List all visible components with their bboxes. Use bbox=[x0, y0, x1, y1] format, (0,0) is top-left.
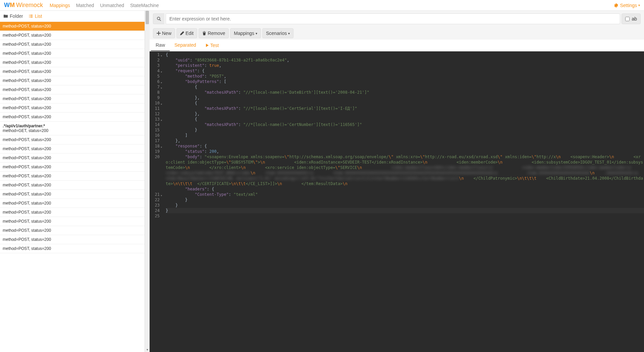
mapping-item[interactable]: method=POST, status=200 bbox=[0, 135, 145, 144]
mapping-item[interactable]: method=POST, status=200 bbox=[0, 58, 145, 67]
nav-statemachine[interactable]: StateMachine bbox=[130, 3, 159, 8]
mapping-item[interactable]: method=POST, status=200 bbox=[0, 103, 145, 113]
mapping-item[interactable]: method=POST, status=200 bbox=[0, 163, 145, 172]
mapping-item[interactable]: .*/api/v1/auth/partner.*method=GET, stat… bbox=[0, 122, 145, 135]
mapping-item-sub: method=POST, status=200 bbox=[3, 201, 142, 206]
sidebar-tabs: Folder List bbox=[0, 11, 145, 22]
mapping-item[interactable]: method=POST, status=200 bbox=[0, 113, 145, 122]
scenarios-dropdown-label: Scenarios bbox=[266, 31, 287, 36]
mapping-item-sub: method=POST, status=200 bbox=[3, 192, 142, 196]
top-nav: Mappings Matched Unmatched StateMachine bbox=[50, 3, 159, 8]
mapping-item-sub: method=POST, status=200 bbox=[3, 51, 142, 56]
mapping-item-sub: method=POST, status=200 bbox=[3, 246, 142, 251]
mapping-item-sub: method=POST, status=200 bbox=[3, 210, 142, 215]
search-icon bbox=[157, 16, 161, 21]
list-icon bbox=[29, 14, 33, 18]
editor-code[interactable]: { "uuid": "85023668-87b1-4138-a2f1-a0a6b… bbox=[162, 51, 644, 352]
mapping-item[interactable]: method=POST, status=200 bbox=[0, 22, 145, 31]
folder-icon bbox=[3, 14, 8, 18]
mapping-item-sub: method=POST, status=200 bbox=[3, 228, 142, 233]
edit-button[interactable]: Edit bbox=[176, 28, 197, 38]
mapping-item[interactable]: method=POST, status=200 bbox=[0, 49, 145, 58]
mapping-item[interactable]: method=POST, status=200 bbox=[0, 199, 145, 208]
mapping-item[interactable]: method=POST, status=200 bbox=[0, 67, 145, 76]
mapping-item[interactable]: method=POST, status=200 bbox=[0, 94, 145, 103]
pencil-icon bbox=[180, 31, 184, 35]
main-panel: ab New Edit Remove Mappings Scenarios bbox=[150, 11, 644, 352]
code-editor[interactable]: 1▾234▾56▾7▾8910▾111213▾1415161718▾192021… bbox=[150, 51, 644, 352]
mapping-item-sub: method=POST, status=200 bbox=[3, 146, 142, 151]
tab-test[interactable]: Test bbox=[201, 40, 224, 51]
mapping-item[interactable]: method=POST, status=200 bbox=[0, 153, 145, 163]
nav-mappings[interactable]: Mappings bbox=[50, 3, 70, 8]
mapping-item-sub: method=POST, status=200 bbox=[3, 156, 142, 160]
search-input[interactable] bbox=[166, 13, 620, 24]
new-button-label: New bbox=[162, 31, 171, 36]
trash-icon bbox=[202, 31, 206, 35]
mapping-item-sub: method=POST, status=200 bbox=[3, 42, 142, 47]
sidebar-tab-list-label: List bbox=[35, 13, 42, 19]
search-checkbox-label: ab bbox=[632, 16, 637, 21]
content-tabs: Raw Separated Test bbox=[150, 40, 644, 51]
mapping-item[interactable]: method=POST, status=200 bbox=[0, 244, 145, 253]
nav-unmatched[interactable]: Unmatched bbox=[100, 3, 124, 8]
mapping-item-sub: method=POST, status=200 bbox=[3, 87, 142, 92]
mapping-item[interactable]: method=POST, status=200 bbox=[0, 217, 145, 226]
sidebar-tab-folder-label: Folder bbox=[10, 13, 23, 19]
header: WM Wiremock Mappings Matched Unmatched S… bbox=[0, 0, 644, 11]
mapping-item-sub: method=POST, status=200 bbox=[3, 60, 142, 65]
mapping-item-sub: method=POST, status=200 bbox=[3, 105, 142, 110]
mapping-item-sub: method=POST, status=200 bbox=[3, 115, 142, 119]
remove-button[interactable]: Remove bbox=[199, 28, 229, 38]
tab-raw[interactable]: Raw bbox=[151, 40, 170, 51]
mapping-item-sub: method=POST, status=200 bbox=[3, 219, 142, 224]
plus-icon bbox=[157, 31, 161, 35]
sidebar-tab-folder[interactable]: Folder bbox=[3, 13, 23, 19]
mapping-item[interactable]: method=POST, status=200 bbox=[0, 226, 145, 235]
tab-test-label: Test bbox=[210, 43, 219, 48]
sidebar-scrollbar-thumb[interactable] bbox=[146, 11, 149, 24]
logo: WM Wiremock bbox=[4, 2, 43, 9]
sidebar-scrollbar[interactable]: ▴ ▾ bbox=[145, 11, 150, 352]
mapping-item[interactable]: method=POST, status=200 bbox=[0, 235, 145, 244]
mapping-item[interactable]: method=POST, status=200 bbox=[0, 76, 145, 85]
scroll-down-arrow[interactable]: ▾ bbox=[145, 347, 150, 352]
mappings-dropdown[interactable]: Mappings bbox=[230, 28, 261, 38]
mapping-item[interactable]: method=POST, status=200 bbox=[0, 208, 145, 217]
mapping-item[interactable]: method=POST, status=200 bbox=[0, 40, 145, 49]
mapping-item-sub: method=POST, status=200 bbox=[3, 96, 142, 101]
scenarios-dropdown[interactable]: Scenarios bbox=[262, 28, 293, 38]
settings-label: Settings bbox=[620, 3, 637, 8]
mapping-item[interactable]: method=POST, status=200 bbox=[0, 181, 145, 190]
mapping-item-sub: method=POST, status=200 bbox=[3, 165, 142, 169]
remove-button-label: Remove bbox=[208, 31, 225, 36]
mapping-item-sub: method=POST, status=200 bbox=[3, 33, 142, 38]
mapping-item[interactable]: method=POST, status=200 bbox=[0, 172, 145, 181]
mapping-item-sub: method=POST, status=200 bbox=[3, 237, 142, 242]
sidebar-tab-list[interactable]: List bbox=[29, 13, 42, 19]
edit-button-label: Edit bbox=[185, 31, 194, 36]
mapping-item-sub: method=POST, status=200 bbox=[3, 78, 142, 83]
mapping-item-sub: method=POST, status=200 bbox=[3, 69, 142, 74]
new-button[interactable]: New bbox=[153, 28, 175, 38]
mapping-item-sub: method=POST, status=200 bbox=[3, 24, 142, 29]
gear-icon bbox=[614, 3, 619, 8]
mapping-item-sub: method=GET, status=200 bbox=[3, 128, 142, 133]
search-icon-box bbox=[153, 13, 164, 24]
toolbar: New Edit Remove Mappings Scenarios bbox=[150, 27, 644, 40]
mapping-item[interactable]: method=POST, status=200 bbox=[0, 85, 145, 94]
search-bar: ab bbox=[150, 11, 644, 27]
mapping-item[interactable]: method=POST, status=200 bbox=[0, 190, 145, 199]
mapping-item-title: .*/api/v1/auth/partner.* bbox=[3, 124, 142, 128]
nav-matched[interactable]: Matched bbox=[76, 3, 94, 8]
settings-dropdown[interactable]: Settings bbox=[614, 3, 640, 8]
search-checkbox-group[interactable]: ab bbox=[622, 13, 641, 24]
mapping-list[interactable]: method=POST, status=200method=POST, stat… bbox=[0, 22, 145, 352]
mapping-item[interactable]: method=POST, status=200 bbox=[0, 31, 145, 40]
search-case-checkbox[interactable] bbox=[625, 17, 630, 21]
mappings-dropdown-label: Mappings bbox=[234, 31, 254, 36]
editor-gutter: 1▾234▾56▾7▾8910▾111213▾1415161718▾192021… bbox=[150, 51, 162, 352]
sidebar: Folder List method=POST, status=200metho… bbox=[0, 11, 145, 352]
tab-separated[interactable]: Separated bbox=[170, 40, 201, 51]
mapping-item[interactable]: method=POST, status=200 bbox=[0, 144, 145, 153]
